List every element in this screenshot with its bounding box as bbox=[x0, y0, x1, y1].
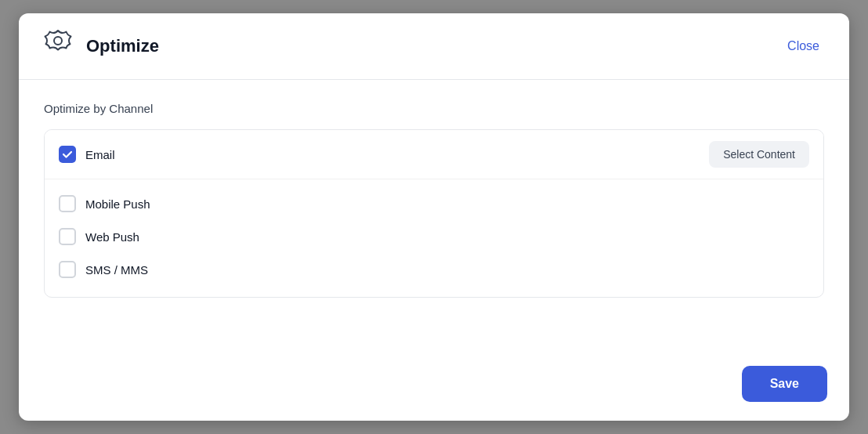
email-label: Email bbox=[85, 148, 115, 161]
optimize-modal: Optimize Close Optimize by Channel Email… bbox=[19, 13, 849, 421]
email-checkbox[interactable] bbox=[59, 146, 76, 163]
svg-point-0 bbox=[54, 37, 62, 45]
web-push-label: Web Push bbox=[85, 230, 139, 244]
sms-mms-checkbox[interactable] bbox=[59, 261, 76, 278]
mobile-push-row: Mobile Push bbox=[59, 187, 809, 220]
sms-mms-row: SMS / MMS bbox=[59, 253, 809, 286]
other-channels: Mobile Push Web Push SMS / MMS bbox=[45, 179, 823, 297]
web-push-row: Web Push bbox=[59, 220, 809, 253]
mobile-push-label: Mobile Push bbox=[85, 197, 150, 211]
header-left: Optimize bbox=[41, 27, 159, 65]
close-button[interactable]: Close bbox=[779, 34, 827, 58]
sms-mms-label: SMS / MMS bbox=[85, 263, 148, 277]
modal-title: Optimize bbox=[86, 36, 159, 56]
channel-container: Email Select Content Mobile Push Web Pus… bbox=[44, 129, 824, 298]
modal-footer: Save bbox=[19, 353, 849, 421]
mobile-push-checkbox[interactable] bbox=[59, 195, 76, 212]
save-button[interactable]: Save bbox=[742, 366, 827, 402]
email-channel-row: Email Select Content bbox=[45, 130, 823, 179]
section-label: Optimize by Channel bbox=[44, 102, 824, 115]
web-push-checkbox[interactable] bbox=[59, 228, 76, 245]
email-row-left: Email bbox=[59, 146, 115, 163]
modal-body: Optimize by Channel Email Select Content bbox=[19, 80, 849, 353]
modal-header: Optimize Close bbox=[19, 13, 849, 80]
optimize-icon bbox=[41, 27, 75, 65]
select-content-button[interactable]: Select Content bbox=[709, 141, 809, 168]
